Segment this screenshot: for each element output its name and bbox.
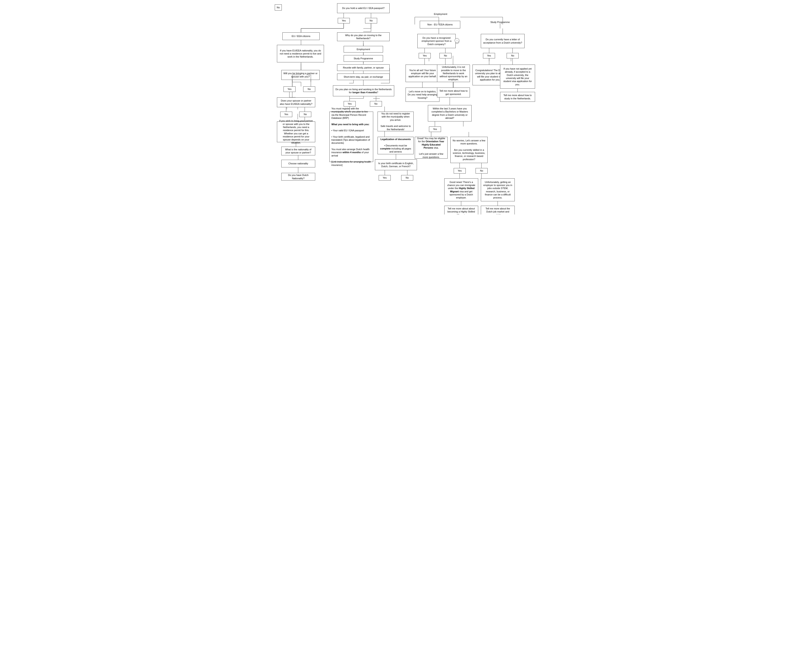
no-orientation[interactable]: No [275, 5, 282, 11]
employment-option[interactable]: Employment [343, 46, 383, 52]
not-possible-box: Unfortunately, it is not possible to mov… [437, 65, 470, 82]
eu-info-box: If you have EU/EEA nationality, you do n… [277, 45, 324, 62]
dutch-uni-q: Do you currently have a letter of accept… [481, 34, 525, 48]
no-4months[interactable]: No [370, 101, 382, 106]
dutch-job-market-box: Unfortunately, getting an employer to sp… [481, 178, 515, 201]
no-dutch-uni[interactable]: No [507, 53, 519, 59]
no-bring-partner[interactable]: No [303, 86, 315, 92]
no-birth-cert[interactable]: No [401, 175, 413, 181]
orientation-eligible-box: Great! You may be eligible for the Orien… [415, 137, 448, 159]
spouse-eu-nationality: Does your spouse or partner also have EU… [277, 97, 315, 107]
yes-spouse-eu[interactable]: Yes [280, 112, 292, 117]
flowchart-canvas: Do you hold a valid EU / EEA passport? Y… [271, 0, 541, 214]
no-register-box: You do not need to register with the mun… [378, 112, 414, 131]
all-set-box: You're all set! Your future employer wil… [405, 65, 440, 82]
logistics-box: Let's move on to logistics, Do you need … [405, 87, 440, 102]
not-applied-box: If you have not applied yet already, if … [500, 65, 535, 89]
yes-orientation[interactable]: Yes [429, 127, 441, 132]
why-moving-node: Why do you plan on moving to the Netherl… [337, 32, 389, 41]
register-muni-box: You must register with the municipality … [329, 112, 373, 162]
yes-dutch-uni[interactable]: Yes [483, 53, 495, 59]
employment-top-label: Employment [427, 13, 454, 15]
no-stem[interactable]: No [476, 168, 488, 173]
no-spouse-eu[interactable]: No [299, 112, 311, 117]
choose-nationality-node[interactable]: Choose nationality [281, 160, 315, 167]
yes-birth-cert[interactable]: Yes [379, 175, 391, 181]
birth-cert-q: Is your birth certificate in English, Du… [375, 159, 417, 170]
orientation-q-node: Within the last 3 years have you complet… [428, 105, 472, 121]
no-eu-passport[interactable]: No [365, 18, 377, 24]
tell-sponsored-box[interactable]: Tell me more about how to get sponsored. [437, 87, 470, 97]
hsm-eligible-box: Good news! There's a chance you can immi… [444, 178, 478, 201]
eu-citizens-label: EU / EEA citizens [282, 32, 320, 40]
spouse-info-box: If you wish to bring your partner or spo… [277, 121, 315, 142]
yes-bring-partner[interactable]: Yes [283, 86, 296, 92]
start-node: Do you hold a valid EU / EEA passport? [337, 3, 389, 13]
recognized-sponsor-node: Do you have a recognized employment spon… [417, 34, 456, 48]
few-more-q-box: No worries, Let's answer a few more ques… [450, 137, 488, 163]
study-nl-box[interactable]: Tell me more about how to study in the N… [500, 92, 535, 102]
bring-partner-node: Will you be bringing a partner or spouse… [281, 70, 320, 80]
legalization-box: Legalization of documents• Documents mus… [378, 137, 414, 154]
dutch-nationality-node[interactable]: Do you have Dutch Nationality? [281, 173, 315, 181]
yes-stem[interactable]: Yes [454, 168, 466, 173]
tell-job-box[interactable]: Tell me more about the Dutch job market … [481, 206, 515, 214]
tell-hsm-box[interactable]: Tell me more about about becoming a High… [444, 206, 478, 214]
longer4months-node: Do you plan on living and working in the… [333, 85, 394, 96]
spouse-nationality-q: What is the nationality of your spouse o… [281, 147, 315, 155]
non-eu-citizens-label: Non - EU / EEA citizens [420, 21, 460, 29]
reunite-option[interactable]: Reunite with family, partner, or spouse [337, 64, 389, 71]
study-option[interactable]: Study Programme [343, 55, 383, 62]
yes-eu-passport[interactable]: Yes [338, 18, 350, 24]
yes-4months[interactable]: Yes [343, 101, 356, 106]
no-recognized[interactable]: No [440, 53, 451, 59]
yes-recognized[interactable]: Yes [419, 53, 431, 59]
shortterm-option[interactable]: Short-term stay, au pair, or exchange [337, 73, 389, 80]
study-programme-top-label: Study Programme [484, 21, 516, 24]
